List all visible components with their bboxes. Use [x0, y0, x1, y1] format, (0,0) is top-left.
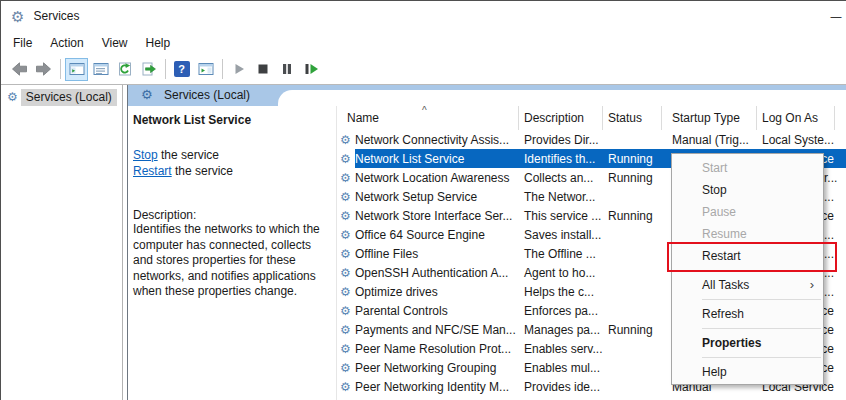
context-menu-item-stop[interactable]: Stop — [672, 179, 823, 201]
console-tree-panel: ⚙Services (Local) — [1, 85, 123, 400]
context-menu-item-pause: Pause — [672, 201, 823, 223]
pane-header-band: ⚙ Services (Local) — [128, 85, 846, 106]
service-status-cell: Running — [603, 152, 662, 166]
stop-service-button[interactable] — [251, 58, 274, 81]
forward-button[interactable] — [32, 58, 55, 81]
service-name-cell: Network Setup Service — [355, 190, 519, 204]
service-status-cell: Running — [603, 209, 662, 223]
service-description-cell: Saves install... — [519, 228, 603, 242]
description-label: Description: — [133, 208, 328, 222]
pause-service-button[interactable] — [275, 58, 298, 81]
back-icon — [11, 61, 28, 77]
show-console-tree-button[interactable] — [65, 58, 88, 81]
service-startup-type-cell: Manual (Trig... — [662, 133, 757, 147]
column-header-description[interactable]: Description — [519, 106, 603, 130]
service-name-cell: Peer Networking Grouping — [355, 361, 519, 375]
show-action-pane-button[interactable] — [194, 58, 217, 81]
toolbar-separator — [60, 59, 61, 79]
service-description-cell: Identifies th... — [519, 152, 603, 166]
service-name-cell: Network Store Interface Ser... — [355, 209, 519, 223]
list-tab-curve — [278, 90, 846, 106]
service-description-cell: Collects an... — [519, 171, 603, 185]
tree-item-label: Services (Local) — [21, 89, 117, 106]
refresh-button[interactable] — [113, 58, 136, 81]
context-menu-separator — [702, 328, 821, 329]
submenu-arrow-icon: › — [810, 274, 814, 296]
service-description-cell: Enables serv... — [519, 342, 603, 356]
help-button[interactable]: ? — [170, 58, 193, 81]
service-action-line: Restart the service — [133, 163, 328, 179]
export-list-button[interactable] — [137, 58, 160, 81]
service-gear-icon: ⚙ — [337, 362, 355, 374]
service-description-cell: Enables mul... — [519, 361, 603, 375]
tree-item-services-local[interactable]: ⚙Services (Local) — [1, 88, 122, 106]
service-gear-icon: ⚙ — [337, 305, 355, 317]
action-pane-icon — [198, 61, 214, 77]
service-name-cell: Optimize drives — [355, 285, 519, 299]
service-action-suffix: the service — [158, 148, 219, 162]
forward-icon — [35, 61, 52, 77]
properties-button[interactable] — [89, 58, 112, 81]
services-window: ⚙ Services — FileActionViewHelp ? ⚙Servi… — [0, 0, 846, 400]
context-menu-item-refresh[interactable]: Refresh — [672, 303, 823, 325]
service-row[interactable]: ⚙Network Connectivity Assis...Provides D… — [337, 130, 846, 149]
restart-service-link[interactable]: Restart — [133, 164, 172, 178]
context-menu-item-all-tasks[interactable]: All Tasks› — [672, 274, 823, 296]
start-service-button[interactable] — [227, 58, 250, 81]
service-name-cell: Network List Service — [355, 152, 519, 166]
column-header-startup-type[interactable]: Startup Type — [662, 106, 757, 130]
service-gear-icon: ⚙ — [337, 172, 355, 184]
service-name-cell: Parental Controls — [355, 304, 519, 318]
service-description-cell: The Offline ... — [519, 247, 603, 261]
service-gear-icon: ⚙ — [337, 229, 355, 241]
minimize-button[interactable]: — — [827, 7, 845, 25]
service-name-cell: OpenSSH Authentication A... — [355, 266, 519, 280]
menu-help[interactable]: Help — [137, 33, 180, 53]
service-action-links: Stop the serviceRestart the service — [133, 147, 328, 179]
service-status-cell: Running — [603, 323, 662, 337]
service-gear-icon: ⚙ — [337, 210, 355, 222]
start-icon — [231, 61, 247, 77]
service-description-cell: Provides ide... — [519, 380, 603, 394]
service-status-cell: Running — [603, 171, 662, 185]
back-button[interactable] — [8, 58, 31, 81]
service-gear-icon: ⚙ — [337, 191, 355, 203]
menu-action[interactable]: Action — [41, 33, 92, 53]
column-header-name[interactable]: Name — [337, 106, 519, 130]
context-menu-item-start: Start — [672, 157, 823, 179]
context-menu-separator — [702, 357, 821, 358]
service-gear-icon: ⚙ — [337, 343, 355, 355]
service-name-cell: Network Connectivity Assis... — [355, 133, 519, 147]
service-description-cell: Manages pa... — [519, 323, 603, 337]
service-gear-icon: ⚙ — [337, 267, 355, 279]
service-action-line: Stop the service — [133, 147, 328, 163]
context-menu-item-help[interactable]: Help — [672, 361, 823, 383]
service-gear-icon: ⚙ — [337, 286, 355, 298]
menu-file[interactable]: File — [4, 33, 41, 53]
toolbar: ? — [1, 54, 846, 85]
pause-icon — [279, 61, 295, 77]
context-menu-separator — [702, 299, 821, 300]
export-list-icon — [141, 61, 157, 77]
list-header-row: NameDescriptionStatusStartup TypeLog On … — [337, 106, 846, 130]
context-menu-item-properties[interactable]: Properties — [672, 332, 823, 354]
column-header-log-on-as[interactable]: Log On As — [757, 106, 835, 130]
menu-bar: FileActionViewHelp — [1, 31, 846, 54]
stop-service-link[interactable]: Stop — [133, 148, 158, 162]
service-gear-icon: ⚙ — [337, 153, 355, 165]
restart-icon — [303, 61, 319, 77]
title-bar[interactable]: ⚙ Services — — [1, 1, 846, 31]
properties-icon — [93, 61, 109, 77]
services-node-icon: ⚙ — [141, 88, 153, 101]
services-app-icon: ⚙ — [11, 9, 24, 24]
service-gear-icon: ⚙ — [337, 248, 355, 260]
column-header-status[interactable]: Status — [603, 106, 662, 130]
help-icon: ? — [174, 61, 190, 77]
menu-view[interactable]: View — [93, 33, 137, 53]
service-name-cell: Payments and NFC/SE Man... — [355, 323, 519, 337]
description-text: Identifies the networks to which the com… — [133, 222, 328, 300]
restart-service-button[interactable] — [299, 58, 322, 81]
stop-icon — [255, 61, 271, 77]
service-description-cell: Helps the c... — [519, 285, 603, 299]
window-title: Services — [33, 9, 79, 23]
